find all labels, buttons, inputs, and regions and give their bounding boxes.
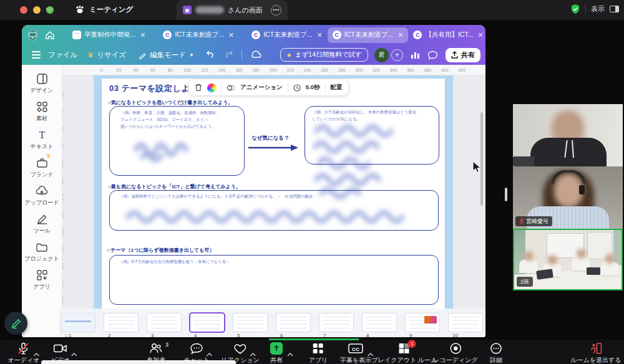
slide-thumbnail[interactable]: 3: [147, 309, 181, 337]
slide-thumbnail[interactable]: 7: [319, 309, 353, 337]
slide-preview[interactable]: [363, 314, 396, 332]
close-icon[interactable]: ✕: [140, 31, 145, 39]
animate-icon[interactable]: [227, 84, 235, 92]
pencil-icon: [139, 51, 147, 59]
arrange-button[interactable]: 配置: [331, 84, 343, 92]
resize-button[interactable]: ♛リサイズ: [87, 50, 126, 60]
record-button[interactable]: レコーディング: [433, 342, 477, 364]
canva-tab-4-active[interactable]: C ICT未来創造プ... ✕: [328, 27, 409, 43]
design-page[interactable]: 03 テーマを設定しよう アニメーション 5.0秒 配置 ○気になるトピックを思…: [102, 79, 445, 315]
more-button[interactable]: 詳細: [490, 342, 502, 364]
close-window-button[interactable]: [20, 6, 27, 14]
breakout-rooms-button[interactable]: 1 ブレイクアウト ルーム: [372, 342, 437, 364]
add-member-button[interactable]: +: [391, 49, 403, 61]
insights-chart-icon[interactable]: [411, 50, 420, 59]
muted-mic-icon: [17, 342, 30, 355]
audio-button[interactable]: オーディオ: [8, 342, 40, 364]
slide-preview[interactable]: [147, 314, 181, 332]
captions-button[interactable]: CC 字幕を表示: [340, 342, 371, 364]
slide-number: 4: [190, 333, 224, 337]
canva-tab-5[interactable]: C 【共有用】ICT... ✕: [408, 27, 485, 43]
color-picker-icon[interactable]: [207, 84, 216, 92]
sidebar-item-projects[interactable]: プロジェクト: [24, 241, 60, 263]
file-menu-button[interactable]: ファイル: [48, 50, 77, 60]
redo-button[interactable]: [224, 49, 234, 60]
share-button[interactable]: 共有: [446, 48, 480, 62]
chevron-up-icon[interactable]: [287, 348, 293, 359]
slide-preview[interactable]: [190, 314, 224, 332]
participant-video-2[interactable]: 宮崎愛弓: [513, 166, 623, 229]
pen-tool-icon: [35, 213, 49, 225]
cloud-sync-icon[interactable]: [250, 49, 262, 61]
slide-thumbnail[interactable]: 10: [449, 309, 482, 337]
sidebar-item-uploads[interactable]: アップロード: [24, 184, 60, 207]
blurred-handwriting: [120, 206, 420, 231]
share-border-fragment: [269, 338, 359, 340]
share-screen-button[interactable]: 共有: [270, 342, 283, 364]
slide-thumbnail[interactable]: 9: [406, 309, 439, 337]
leave-room-button[interactable]: ルームを退出する: [570, 342, 621, 364]
annotate-button[interactable]: [4, 312, 27, 335]
animate-button[interactable]: アニメーション: [240, 84, 283, 92]
chevron-up-icon[interactable]: [250, 348, 256, 359]
slide-thumbnail[interactable]: 2: [104, 309, 138, 337]
sidebar-item-apps[interactable]: アプリ: [24, 269, 60, 291]
view-layout-icon[interactable]: [610, 6, 619, 12]
shared-screen-tab[interactable]: ▣ さんの画面 •••: [177, 0, 288, 20]
slide-preview[interactable]: [406, 314, 439, 332]
chevron-up-icon[interactable]: [207, 348, 213, 359]
clock-icon[interactable]: [293, 84, 301, 92]
page-title[interactable]: 03 テーマを設定しよう: [109, 83, 198, 94]
close-icon[interactable]: ✕: [397, 31, 403, 39]
home-icon[interactable]: [45, 28, 55, 42]
canva-tab-1[interactable]: 卒業制作中間発... ✕: [67, 27, 150, 43]
vertical-scrollbar[interactable]: [480, 112, 483, 206]
slide-preview[interactable]: [449, 314, 482, 332]
duration-button[interactable]: 5.0秒: [306, 84, 320, 92]
slide-thumbnail[interactable]: 4: [190, 309, 224, 337]
trash-icon[interactable]: [195, 84, 202, 92]
canva-tab-3[interactable]: C ICT未来創造プ... ✕: [246, 27, 328, 43]
svg-text:T: T: [39, 130, 45, 140]
slide-thumbnail[interactable]: 1: [61, 309, 95, 337]
leave-icon: [590, 342, 602, 355]
chevron-down-icon[interactable]: [46, 7, 52, 12]
slide-preview[interactable]: [319, 314, 353, 332]
participant-video-1[interactable]: [513, 104, 623, 166]
menu-icon[interactable]: [32, 51, 41, 58]
apps-button[interactable]: アプリ: [309, 342, 328, 364]
chevron-up-icon[interactable]: [34, 348, 40, 359]
close-icon[interactable]: ✕: [317, 31, 323, 39]
slide-thumbnail[interactable]: 8: [363, 309, 396, 337]
edit-mode-button[interactable]: 編集モード▼: [139, 50, 194, 60]
slide-preview[interactable]: [104, 314, 138, 332]
sidebar-item-brand[interactable]: ♛ ブランド: [24, 156, 60, 179]
slide-thumbnail[interactable]: 5: [233, 309, 267, 337]
close-icon[interactable]: ✕: [228, 31, 234, 39]
sidebar-item-elements[interactable]: 素材: [24, 100, 60, 123]
minimize-window-button[interactable]: [33, 6, 41, 14]
close-icon[interactable]: ✕: [477, 31, 483, 39]
slide-preview[interactable]: [61, 314, 95, 332]
security-shield-icon[interactable]: [570, 4, 580, 14]
canva-tab-bar: 卒業制作中間発... ✕ C ICT未来創造プ... ✕ C ICT未来創造プ.…: [22, 25, 485, 45]
slide-preview[interactable]: [276, 314, 310, 332]
comments-icon[interactable]: [427, 50, 438, 60]
chevron-up-icon[interactable]: [71, 348, 77, 359]
sidebar-item-design[interactable]: デザイン: [24, 72, 60, 95]
undo-button[interactable]: [205, 49, 215, 60]
slide-preview[interactable]: [233, 314, 267, 332]
avatar[interactable]: 君: [374, 48, 389, 62]
tab-more-icon[interactable]: •••: [271, 5, 281, 16]
participant-video-3-active[interactable]: 2班: [513, 229, 623, 290]
canva-window: 卒業制作中間発... ✕ C ICT未来創造プ... ✕ C ICT未来創造プ.…: [22, 25, 485, 337]
sidebar-item-tools[interactable]: ツール: [24, 213, 60, 235]
panel-resize-handle[interactable]: [505, 188, 507, 201]
view-button[interactable]: 表示: [591, 4, 605, 14]
breakout-badge: 1: [408, 340, 416, 348]
sidebar-item-text[interactable]: T テキスト: [24, 128, 60, 151]
crown-icon: ♛: [46, 153, 51, 159]
trial-button[interactable]: ★まず14日間無料で試す: [280, 48, 368, 62]
slide-thumbnail[interactable]: 6: [276, 309, 310, 337]
canva-tab-2[interactable]: C ICT未来創造プ... ✕: [158, 27, 239, 43]
